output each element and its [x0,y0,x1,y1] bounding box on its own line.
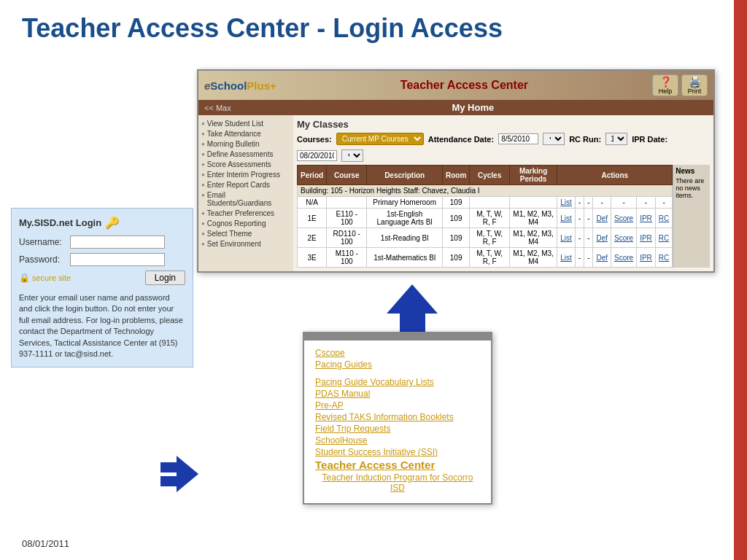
key-icon: 🔑 [105,216,120,230]
link-schoolhouse[interactable]: SchoolHouse [315,435,480,446]
rc-run-select[interactable]: 1 [605,133,627,145]
bullet-icon: ● [201,141,205,147]
sidebar-label: Teacher Preferences [207,209,274,217]
cell-def[interactable]: Def [593,209,611,228]
login-button[interactable]: Login [145,271,185,285]
cell-list[interactable]: List [557,209,576,228]
sidebar-item-define-assess[interactable]: ● Define Assessments [201,150,290,158]
classes-table-wrapper: Period Course Description Room Cycles Ma… [297,165,710,268]
link-cscope[interactable]: Cscope [315,348,480,358]
building-row: Building: 105 - Horizon Heights Staff: C… [298,185,673,197]
links-box: Cscope Pacing Guides Pacing Guide Vocabu… [303,332,492,505]
eschool-logo: eSchoolPlus+ [204,79,276,92]
sidebar-item-score-assess[interactable]: ● Score Assessments [201,160,290,168]
nav-back[interactable]: << Max [204,104,231,112]
arrow-lines [160,462,177,486]
bullet-icon: ● [201,182,205,188]
attendance-label: Attendance Date: [428,135,494,144]
cell-rc[interactable]: RC [655,248,672,268]
sidebar-item-email[interactable]: ● Email Students/Guardians [201,191,290,207]
print-icon: 🖨️ [689,76,701,88]
print-label: Print [688,88,702,95]
cell-list[interactable]: List [557,197,576,209]
ipr-date-select[interactable]: ▼ [341,149,363,162]
sidebar-item-attendance[interactable]: ● Take Attendance [201,130,290,138]
courses-select[interactable]: Current MP Courses [336,133,424,145]
sidebar-item-cognos[interactable]: ● Cognos Reporting [201,219,290,228]
login-box-label: My.SISD.net Login [19,217,101,228]
username-input[interactable] [70,236,165,249]
password-input[interactable] [70,253,165,266]
rc-run-label: RC Run: [569,135,601,144]
cell-def[interactable]: Def [593,248,611,268]
cell-ipr[interactable]: IPR [637,228,656,248]
cell-dash: - [584,228,593,248]
cell-dash6: - [655,197,672,209]
link-pdas[interactable]: PDAS Manual [315,389,480,399]
sidebar-label: Email Students/Guardians [207,191,290,207]
cell-cycles: M, T, W, R, F [470,248,510,268]
eschool-header-title: Teacher Access Center [400,79,528,92]
attendance-date-select[interactable]: ▼ [543,133,565,145]
cell-dash3: - [593,197,611,209]
cell-ipr[interactable]: IPR [637,248,656,268]
help-icon: ❓ [659,76,672,88]
ipr-date-label: IPR Date: [632,135,667,144]
link-vocab[interactable]: Pacing Guide Vocabulary Lists [315,377,480,387]
cell-course [327,197,367,209]
sidebar-item-bulletin[interactable]: ● Morning Bulletin [201,140,290,148]
cell-list[interactable]: List [557,228,576,248]
link-pacing-guides[interactable]: Pacing Guides [315,359,480,370]
sidebar-label: Score Assessments [207,160,271,168]
cell-rc[interactable]: RC [655,209,672,228]
print-button[interactable]: 🖨️ Print [681,74,708,96]
attendance-date-input[interactable] [498,133,538,144]
bullet-icon: ● [201,192,205,198]
cell-desc: 1st-Mathematics Bl [367,248,443,268]
link-field-trip[interactable]: Field Trip Requests [315,424,480,434]
sidebar-item-view-student[interactable]: ● View Student List [201,120,290,128]
link-tac[interactable]: Teacher Access Center [315,459,480,471]
cell-room: 109 [442,209,469,228]
cell-dash2: - [584,197,593,209]
cell-score[interactable]: Score [611,248,637,268]
cell-def[interactable]: Def [593,228,611,248]
link-induction[interactable]: Teacher Induction Program for Socorro IS… [315,472,480,493]
cell-period: 1E [298,209,327,228]
sidebar-item-theme[interactable]: ● Select Theme [201,230,290,238]
bullet-icon: ● [201,131,205,137]
table-row: 1E E110 - 100 1st-English Language Arts … [298,209,673,228]
sidebar: ● View Student List ● Take Attendance ● … [198,115,293,271]
sidebar-item-report-cards[interactable]: ● Enter Report Cards [201,181,290,189]
red-bar [734,0,747,560]
bullet-icon: ● [201,241,205,247]
help-label: Help [659,88,673,95]
news-text: There are no news items. [676,177,708,199]
cell-ipr[interactable]: IPR [637,209,656,228]
link-taks[interactable]: Revised TAKS Information Booklets [315,412,480,422]
password-row: Password: [19,253,185,266]
cell-score[interactable]: Score [611,209,637,228]
cell-list[interactable]: List [557,248,576,268]
page-title: Teacher Access Center - Login Access [22,13,503,44]
bullet-icon: ● [201,220,205,227]
sidebar-label: Take Attendance [207,130,261,138]
sidebar-item-environment[interactable]: ● Set Environment [201,240,290,248]
ipr-date-input[interactable] [297,150,337,161]
links-box-header [304,333,491,341]
cell-rc[interactable]: RC [655,228,672,248]
col-description: Description [367,166,443,185]
cell-score[interactable]: Score [611,228,637,248]
sidebar-item-interim[interactable]: ● Enter Interim Progress [201,171,290,179]
cell-dash: - [575,209,584,228]
col-course: Course [327,166,367,185]
cell-dash: - [575,228,584,248]
link-pre-ap[interactable]: Pre-AP [315,400,480,411]
cell-marking: M1, M2, M3, M4 [509,228,557,248]
sidebar-item-prefs[interactable]: ● Teacher Preferences [201,209,290,217]
link-ssi[interactable]: Student Success Initiative (SSI) [315,447,480,457]
arrow-line-top [160,462,177,472]
help-button[interactable]: ❓ Help [652,74,678,96]
cell-period: N/A [298,197,327,209]
sidebar-label: Set Environment [207,240,261,248]
